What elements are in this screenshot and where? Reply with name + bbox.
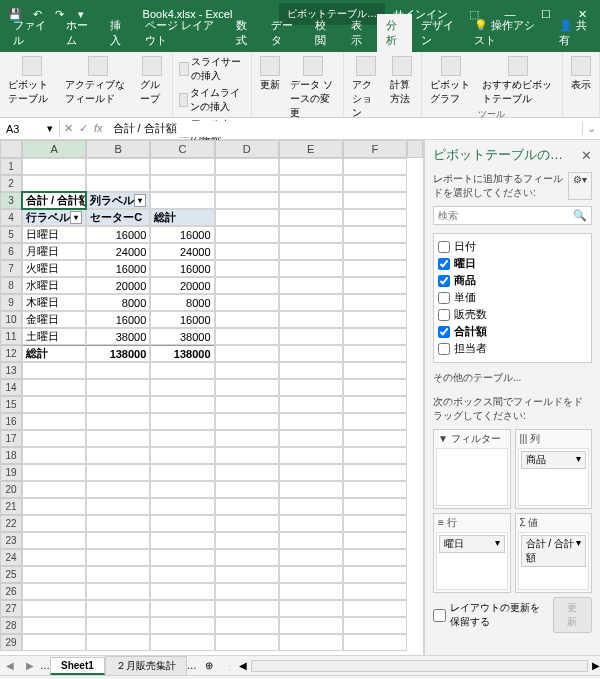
row-header[interactable]: 7: [0, 260, 22, 277]
cell[interactable]: [343, 532, 407, 549]
group-button[interactable]: グループ: [136, 54, 168, 108]
row-header[interactable]: 28: [0, 617, 22, 634]
calculations-button[interactable]: 計算方法: [386, 54, 417, 108]
cell[interactable]: 8000: [150, 294, 214, 311]
cell[interactable]: [279, 362, 343, 379]
cell[interactable]: [22, 498, 86, 515]
cell[interactable]: [279, 447, 343, 464]
cell[interactable]: [215, 583, 279, 600]
cell[interactable]: [215, 226, 279, 243]
search-icon[interactable]: 🔍: [569, 207, 591, 224]
cell[interactable]: [150, 413, 214, 430]
cell[interactable]: [215, 260, 279, 277]
cell[interactable]: [343, 583, 407, 600]
cell[interactable]: [215, 175, 279, 192]
cell[interactable]: [150, 430, 214, 447]
row-header[interactable]: 27: [0, 600, 22, 617]
cell[interactable]: [150, 362, 214, 379]
cell[interactable]: [279, 617, 343, 634]
tab-view[interactable]: 表示: [342, 14, 377, 52]
cell[interactable]: [279, 413, 343, 430]
row-header[interactable]: 19: [0, 464, 22, 481]
col-header-b[interactable]: B: [86, 140, 150, 158]
tab-formulas[interactable]: 数式: [227, 14, 262, 52]
cell[interactable]: [343, 379, 407, 396]
cell[interactable]: [215, 549, 279, 566]
cell[interactable]: [215, 617, 279, 634]
cell[interactable]: 水曜日: [22, 277, 86, 294]
insert-slicer-button[interactable]: スライサーの挿入: [177, 54, 247, 84]
field-checkbox[interactable]: [438, 343, 450, 355]
tab-pagelayout[interactable]: ページ レイアウト: [136, 14, 226, 52]
cell[interactable]: [343, 600, 407, 617]
cell[interactable]: [22, 515, 86, 532]
sheet-tab-1[interactable]: Sheet1: [50, 657, 105, 675]
cell[interactable]: [86, 362, 150, 379]
row-header[interactable]: 11: [0, 328, 22, 345]
cell[interactable]: [215, 566, 279, 583]
cell[interactable]: [279, 464, 343, 481]
cell[interactable]: [343, 260, 407, 277]
cell[interactable]: [343, 311, 407, 328]
cell[interactable]: [343, 515, 407, 532]
cell[interactable]: [215, 532, 279, 549]
cell[interactable]: [150, 175, 214, 192]
cell[interactable]: [22, 379, 86, 396]
cell[interactable]: [279, 515, 343, 532]
row-header[interactable]: 20: [0, 481, 22, 498]
cell[interactable]: [22, 549, 86, 566]
cell[interactable]: [343, 617, 407, 634]
field-item[interactable]: 担当者: [438, 340, 587, 357]
cell[interactable]: [343, 396, 407, 413]
cell[interactable]: [215, 243, 279, 260]
column-field-item[interactable]: 商品▾: [521, 451, 587, 469]
cell[interactable]: [279, 294, 343, 311]
cell[interactable]: [22, 600, 86, 617]
more-tables-link[interactable]: その他のテーブル...: [425, 367, 600, 389]
cell[interactable]: [150, 634, 214, 651]
cell[interactable]: [215, 362, 279, 379]
cell[interactable]: [215, 192, 279, 209]
row-header[interactable]: 4: [0, 209, 22, 226]
cell[interactable]: [215, 430, 279, 447]
cell[interactable]: [215, 634, 279, 651]
pivotchart-button[interactable]: ピボットグラフ: [426, 54, 476, 108]
cell[interactable]: [215, 311, 279, 328]
cell[interactable]: [86, 583, 150, 600]
cell[interactable]: [343, 345, 407, 362]
cell[interactable]: [22, 158, 86, 175]
cell[interactable]: [343, 209, 407, 226]
formula-input[interactable]: [107, 121, 582, 137]
cell[interactable]: [215, 345, 279, 362]
cell[interactable]: [150, 549, 214, 566]
cell[interactable]: [86, 413, 150, 430]
cell[interactable]: [279, 311, 343, 328]
cell[interactable]: 138000: [150, 345, 214, 362]
row-header[interactable]: 15: [0, 396, 22, 413]
row-header[interactable]: 16: [0, 413, 22, 430]
cell[interactable]: [279, 430, 343, 447]
change-datasource-button[interactable]: データ ソースの変更: [286, 54, 339, 122]
cell[interactable]: [343, 294, 407, 311]
col-header-c[interactable]: C: [150, 140, 214, 158]
cell[interactable]: [86, 158, 150, 175]
cell[interactable]: [150, 192, 214, 209]
cell[interactable]: [343, 498, 407, 515]
name-box[interactable]: A3▾: [0, 120, 60, 137]
cell[interactable]: [22, 396, 86, 413]
cell[interactable]: [343, 481, 407, 498]
cell[interactable]: [215, 515, 279, 532]
field-item[interactable]: 単価: [438, 289, 587, 306]
field-search[interactable]: 🔍: [433, 206, 592, 225]
tab-home[interactable]: ホーム: [57, 14, 101, 52]
cell[interactable]: [343, 413, 407, 430]
cell[interactable]: [22, 447, 86, 464]
tab-insert[interactable]: 挿入: [101, 14, 136, 52]
cell[interactable]: [215, 396, 279, 413]
row-header[interactable]: 24: [0, 549, 22, 566]
cell[interactable]: [86, 566, 150, 583]
cell[interactable]: [215, 498, 279, 515]
row-header[interactable]: 17: [0, 430, 22, 447]
update-button[interactable]: 更新: [553, 597, 592, 633]
cell[interactable]: [215, 447, 279, 464]
